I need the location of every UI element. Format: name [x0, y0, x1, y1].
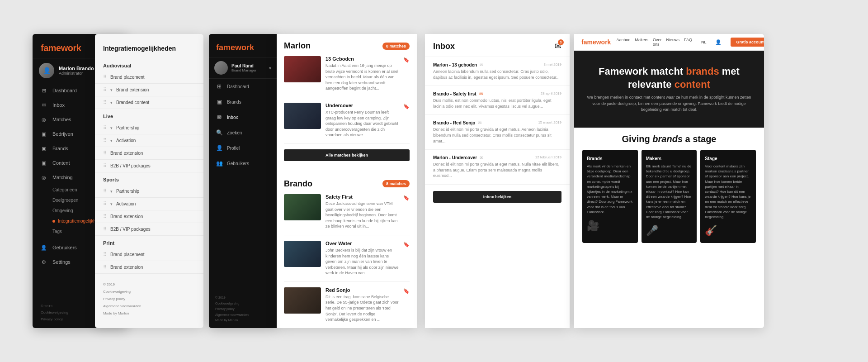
video-camera-icon: 🎥	[587, 220, 599, 232]
match-card[interactable]: 13 Geboden Nadat in Aalst een 16-jarig m…	[284, 56, 410, 97]
list-item[interactable]: ⠿ B2B / VIP packages	[95, 160, 203, 172]
website-cards: Brands Als merk vinden merken en bij je …	[582, 150, 756, 243]
app-nav-brands[interactable]: ▣ Brands	[209, 94, 277, 110]
message-icon: ✉	[480, 62, 483, 67]
brands-icon: ▣	[216, 99, 222, 105]
bookmark-icon[interactable]: 🔖	[403, 104, 410, 110]
drag-handle-icon: ⠿	[103, 74, 107, 80]
inbox-item[interactable]: Marlon - 13 geboden ✉ 3 mei 2019 Aeneon …	[425, 57, 570, 86]
section-title: Giving brands a stage	[582, 134, 756, 144]
user-icon[interactable]: 👤	[715, 39, 722, 45]
list-item[interactable]: ⠿ ▾ Partnership	[95, 185, 203, 198]
drag-handle-icon: ⠿	[103, 252, 107, 257]
match-card[interactable]: Safety First Deze Jackass-achtige serie …	[284, 194, 410, 235]
drag-handle-icon: ⠿	[103, 264, 107, 270]
matches-header-brando: Brando 8 matches	[284, 179, 410, 189]
signup-button[interactable]: Gratis account	[731, 38, 764, 47]
list-item[interactable]: ⠿ B2B / VIP packages	[95, 223, 203, 236]
list-item[interactable]: ⠿ ▾ Branded content	[95, 96, 203, 109]
section-audiovisual: Audiovisual	[95, 58, 203, 71]
avatar	[214, 61, 228, 75]
drag-handle-icon: ⠿	[103, 201, 107, 207]
nav-link-nieuws[interactable]: Nieuws	[666, 38, 679, 47]
app-footer: © 2019 Cookiewetgeving Privacy policy Al…	[209, 291, 277, 328]
matches-section-brando: Brando 8 matches Safety First Deze Jacka…	[277, 172, 417, 328]
drag-handle-icon: ⠿	[103, 125, 107, 131]
website-card-stage: Stage Voor content makers zijn merken cr…	[700, 150, 756, 243]
match-info: 13 Geboden Nadat in Aalst een 16-jarig m…	[326, 56, 399, 91]
list-item[interactable]: ⠿ ▾ Brand extension	[95, 84, 203, 96]
message-icon: ✉	[480, 155, 483, 160]
drag-handle-icon: ⠿	[103, 214, 107, 219]
app-nav-inbox[interactable]: ✉ Inbox	[209, 110, 277, 125]
bookmark-icon[interactable]: 🔖	[403, 195, 410, 201]
language-selector[interactable]: NL	[701, 40, 707, 44]
section-sports: Sports	[95, 172, 203, 185]
inbox-cta-button[interactable]: Inbox bekijken	[433, 191, 561, 203]
app-nav-zoeken[interactable]: 🔍 Zoeken	[209, 125, 277, 140]
message-icon: ✉	[479, 91, 483, 96]
list-item[interactable]: ⠿ Brand placement	[95, 71, 203, 84]
match-thumbnail	[284, 287, 321, 314]
chevron-down-icon: ▾	[269, 66, 271, 71]
matches-icon: ◎	[41, 116, 47, 123]
inbox-item[interactable]: Brando - Red Sonjo ✉ 15 maart 2019 Donec…	[425, 115, 570, 150]
bookmark-icon[interactable]: 🔖	[403, 242, 410, 248]
nav-link-aanbod[interactable]: Aanbod	[616, 38, 630, 47]
inbox-item[interactable]: Marlon - Undercover ✉ 12 februari 2019 D…	[425, 150, 570, 185]
app-nav-gebruikers[interactable]: 👥 Gebruikers	[209, 156, 277, 171]
bedrijven-icon: ▣	[41, 131, 47, 137]
matching-icon: ◎	[41, 174, 47, 181]
match-card[interactable]: Red Sonjo Dit is een tragi-komische Belg…	[284, 287, 410, 328]
inbox-title: Inbox	[433, 42, 455, 51]
list-item[interactable]: ⠿ ▾ Activation	[95, 134, 203, 147]
match-card[interactable]: Undercover XTC-producent Ferry Bouman le…	[284, 103, 410, 144]
website-panel: famework Aanbod Makers Over ons Nieuws F…	[574, 34, 764, 328]
app-nav-dashboard[interactable]: ⊞ Dashboard	[209, 79, 277, 94]
inbox-item[interactable]: Brando - Safety first ✉ 28 april 2019 Du…	[425, 86, 570, 115]
match-info: Red Sonjo Dit is een tragi-komische Belg…	[326, 287, 399, 323]
gebruikers-icon: 👤	[41, 244, 47, 251]
list-item[interactable]: ⠿ ▾ Partnership	[95, 122, 203, 134]
matches-panel: Marlon 8 matches 13 Geboden Nadat in Aal…	[277, 34, 417, 328]
hero-headline: Famework matcht brands met relevante con…	[583, 65, 755, 91]
chevron-down-icon: ▾	[110, 126, 113, 130]
match-thumbnail	[284, 56, 321, 82]
nav-link-faq[interactable]: FAQ	[684, 38, 692, 47]
guitar-icon: 🎸	[705, 225, 717, 237]
list-item[interactable]: ⠿ ▾ Activation	[95, 198, 203, 210]
drag-handle-icon: ⠿	[103, 163, 107, 169]
app-nav-profiel[interactable]: 👤 Profiel	[209, 140, 277, 156]
integration-panel: Integratiemogelijkheden Audiovisual ⠿ Br…	[95, 34, 203, 328]
bookmark-icon[interactable]: 🔖	[403, 57, 410, 63]
app-user-info: Paul Rand Brand Manager	[231, 63, 265, 72]
list-item[interactable]: ⠿ Brand extension	[95, 147, 203, 160]
match-thumbnail	[284, 103, 321, 129]
drag-handle-icon: ⠿	[103, 188, 107, 194]
app-user-block[interactable]: Paul Rand Brand Manager ▾	[209, 57, 277, 79]
chevron-down-icon: ▾	[110, 100, 113, 105]
matches-section-marlon: Marlon 8 matches 13 Geboden Nadat in Aal…	[277, 34, 417, 172]
settings-icon: ⚙	[41, 259, 47, 265]
website-card-brands: Brands Als merk vinden merken en bij je …	[582, 150, 638, 243]
nav-link-over-ons[interactable]: Over ons	[653, 38, 662, 47]
match-card[interactable]: Over Water John Beckers is blij dat zijn…	[284, 241, 410, 282]
user-icon: 👤	[216, 145, 222, 151]
chevron-down-icon: ▾	[110, 138, 113, 143]
nav-link-makers[interactable]: Makers	[635, 38, 648, 47]
website-brands-section: Giving brands a stage Brands Als merk vi…	[574, 128, 764, 249]
chevron-down-icon: ▾	[110, 88, 113, 92]
chevron-down-icon: ▾	[110, 189, 113, 194]
app-sidebar: famework Paul Rand Brand Manager ▾ ⊞ Das…	[209, 34, 277, 328]
hero-subtext: We brengen merken in contact met content…	[583, 95, 755, 113]
inbox-notification-wrap: ✉ 3	[555, 41, 561, 51]
list-item[interactable]: ⠿ Brand extension	[95, 210, 203, 223]
list-item[interactable]: ⠿ Brand placement	[95, 248, 203, 261]
all-matches-button[interactable]: Alle matches bekijken	[284, 149, 410, 161]
list-item[interactable]: ⠿ Brand extension	[95, 261, 203, 274]
integration-footer: © 2019 Cookiewetgeving Privacy policy Al…	[95, 274, 203, 324]
bookmark-icon[interactable]: 🔖	[403, 288, 410, 294]
inbox-panel: Inbox ✉ 3 Marlon - 13 geboden ✉ 3 mei 20…	[425, 34, 570, 328]
match-thumbnail	[284, 194, 321, 220]
app-logo: famework	[209, 34, 277, 57]
